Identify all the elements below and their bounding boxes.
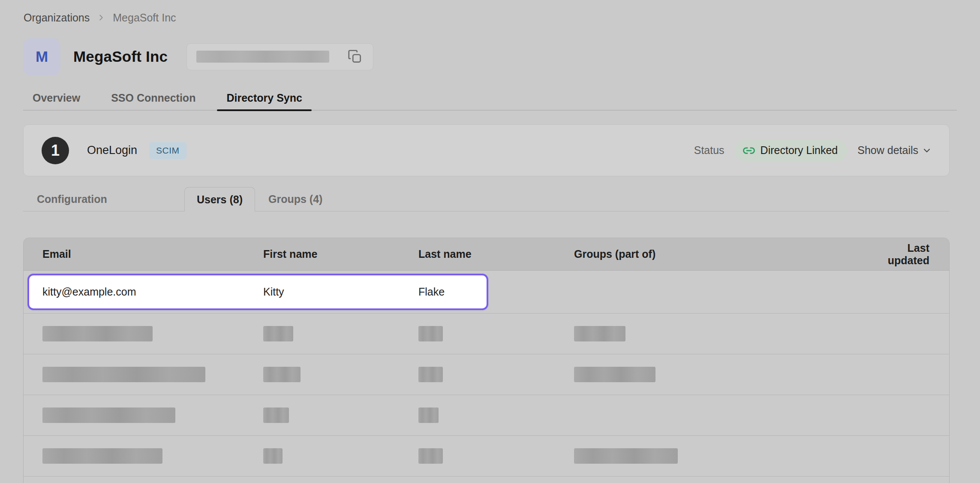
redacted-text-block: [263, 367, 301, 382]
cell-redacted: [418, 448, 574, 464]
table-row-redacted[interactable]: [24, 395, 949, 436]
redacted-text-block: [418, 448, 443, 464]
table-row-highlighted[interactable]: kitty@example.com Kitty Flake: [24, 271, 949, 314]
status-label: Status: [694, 144, 724, 157]
tab-sso-connection[interactable]: SSO Connection: [102, 86, 205, 110]
column-header-groups: Groups (part of): [574, 248, 866, 260]
copy-icon: [347, 48, 363, 65]
users-table: Email First name Last name Groups (part …: [23, 238, 950, 483]
redacted-text-block: [263, 448, 283, 464]
sub-tab-configuration[interactable]: Configuration: [37, 187, 107, 211]
redacted-text-block: [42, 448, 162, 464]
provider-name: OneLogin: [87, 144, 137, 157]
cell-last-name: Flake: [418, 286, 574, 298]
redacted-text-block: [418, 326, 443, 341]
cell-redacted: [263, 326, 418, 341]
show-details-button[interactable]: Show details: [857, 144, 932, 157]
cell-redacted: [263, 408, 418, 423]
redacted-text-block: [263, 326, 293, 341]
cell-redacted: [263, 448, 418, 464]
placeholder-rows-container: [24, 314, 949, 477]
tab-directory-sync[interactable]: Directory Sync: [217, 86, 311, 110]
column-header-last-name: Last name: [418, 248, 574, 260]
redacted-text-block: [418, 367, 443, 382]
status-badge: Directory Linked: [735, 140, 848, 161]
copy-button[interactable]: [346, 47, 364, 66]
table-row-redacted[interactable]: [24, 436, 949, 477]
breadcrumb-current-org: MegaSoft Inc: [113, 12, 176, 24]
org-avatar: M: [23, 38, 60, 75]
cell-redacted: [263, 367, 418, 382]
show-details-label: Show details: [857, 144, 918, 157]
link-icon: [743, 144, 755, 157]
table-header-row: Email First name Last name Groups (part …: [24, 238, 949, 271]
cell-redacted: [574, 367, 866, 382]
table-row-redacted[interactable]: [24, 314, 949, 354]
sub-tab-users[interactable]: Users (8): [184, 187, 255, 211]
directory-connection-card: 1 OneLogin SCIM Status Directory Linked …: [23, 124, 950, 176]
cell-email: kitty@example.com: [24, 286, 263, 298]
cell-redacted: [24, 367, 263, 382]
redacted-text-block: [574, 367, 655, 382]
page-title: MegaSoft Inc: [73, 48, 168, 65]
breadcrumb-organizations-link[interactable]: Organizations: [24, 12, 90, 24]
cell-redacted: [574, 326, 866, 341]
tab-overview[interactable]: Overview: [23, 86, 90, 110]
redacted-text-block: [42, 326, 153, 341]
org-id-redacted-value: [196, 51, 329, 63]
breadcrumb: Organizations MegaSoft Inc: [24, 10, 176, 25]
redacted-text-block: [263, 408, 289, 423]
column-header-email: Email: [24, 248, 263, 260]
cell-redacted: [574, 448, 866, 464]
directory-sub-tabs: Configuration Users (8) Groups (4): [23, 187, 950, 211]
cell-redacted: [24, 448, 263, 464]
redacted-text-block: [42, 408, 175, 423]
redacted-text-block: [418, 408, 439, 423]
status-badge-label: Directory Linked: [761, 144, 838, 157]
cell-first-name: Kitty: [263, 286, 418, 298]
redacted-text-block: [574, 448, 678, 464]
table-row-redacted[interactable]: [24, 354, 949, 395]
cell-redacted: [418, 408, 574, 423]
org-header: M MegaSoft Inc: [23, 38, 373, 75]
org-id-chip[interactable]: [186, 43, 373, 70]
cell-redacted: [418, 367, 574, 382]
protocol-badge: SCIM: [149, 142, 186, 159]
column-header-first-name: First name: [263, 248, 418, 260]
redacted-text-block: [42, 367, 205, 382]
onelogin-logo-icon: 1: [42, 137, 69, 164]
status-group: Status Directory Linked Show details: [694, 140, 932, 161]
org-tabs: Overview SSO Connection Directory Sync: [23, 86, 957, 111]
redacted-text-block: [574, 326, 625, 341]
cell-redacted: [24, 408, 263, 423]
cell-redacted: [24, 326, 263, 341]
chevron-down-icon: [922, 145, 932, 156]
chevron-right-icon: [96, 13, 106, 22]
column-header-last-updated: Last updated: [866, 242, 949, 267]
sub-tab-groups[interactable]: Groups (4): [268, 187, 322, 211]
directory-sync-page: Organizations MegaSoft Inc M MegaSoft In…: [0, 0, 980, 483]
cell-redacted: [418, 326, 574, 341]
